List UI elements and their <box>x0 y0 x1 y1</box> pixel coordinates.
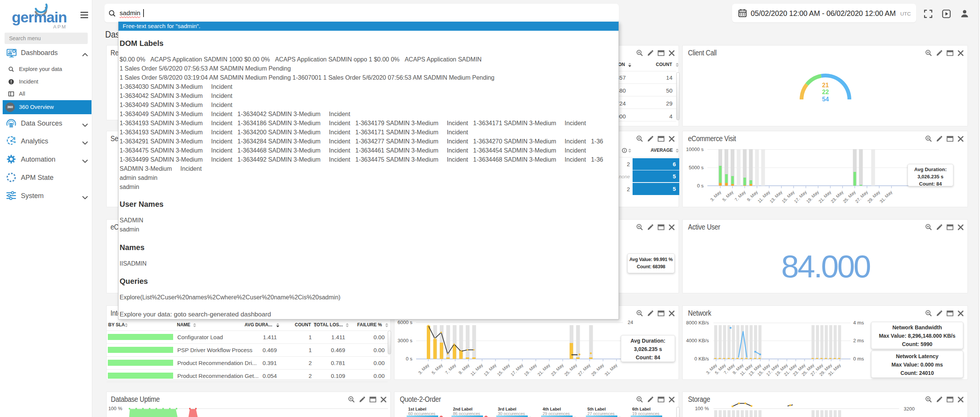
svg-text:31. May: 31. May <box>879 190 893 204</box>
svg-text:7. May: 7. May <box>444 363 457 375</box>
svg-text:3200: 3200 <box>904 406 915 412</box>
svg-text:11. May: 11. May <box>757 190 771 204</box>
svg-text:0 s: 0 s <box>406 356 413 362</box>
svg-text:24: 24 <box>628 319 633 325</box>
svg-text:25. May: 25. May <box>563 363 578 377</box>
svg-text:22: 22 <box>822 89 829 95</box>
svg-text:8000 KB/s: 8000 KB/s <box>686 320 709 325</box>
svg-text:13. May: 13. May <box>483 363 497 377</box>
svg-text:6000 s: 6000 s <box>398 319 413 325</box>
svg-text:21. May: 21. May <box>818 190 832 204</box>
svg-text:4000 KB/s: 4000 KB/s <box>686 338 709 343</box>
svg-text:17. May: 17. May <box>510 363 524 377</box>
svg-text:29. May: 29. May <box>590 363 605 377</box>
svg-text:15. May: 15. May <box>781 190 795 204</box>
svg-text:4 ms: 4 ms <box>853 320 864 325</box>
svg-text:19. May: 19. May <box>805 190 820 204</box>
svg-text:21: 21 <box>822 82 829 89</box>
svg-text:23. May: 23. May <box>550 363 565 377</box>
svg-text:21. May: 21. May <box>536 363 551 377</box>
svg-text:29. May: 29. May <box>867 190 881 204</box>
svg-text:25. May: 25. May <box>842 190 857 204</box>
svg-text:23. May: 23. May <box>830 190 845 204</box>
svg-text:13. May: 13. May <box>769 190 783 204</box>
svg-text:27. May: 27. May <box>577 363 592 377</box>
svg-text:0 s: 0 s <box>697 183 704 189</box>
svg-text:100 %: 100 % <box>695 406 709 411</box>
svg-text:5. May: 5. May <box>722 190 734 202</box>
svg-text:100 %: 100 % <box>108 406 122 411</box>
svg-text:3. May: 3. May <box>709 190 722 202</box>
svg-text:0 KB/s: 0 KB/s <box>694 356 709 362</box>
svg-text:10000 s: 10000 s <box>686 146 704 152</box>
svg-text:19. May: 19. May <box>523 363 538 377</box>
svg-text:3. May: 3. May <box>417 363 430 375</box>
svg-text:0 ms: 0 ms <box>853 356 864 362</box>
svg-text:17. May: 17. May <box>793 190 808 204</box>
svg-text:5. May: 5. May <box>431 363 444 375</box>
svg-text:11. May: 11. May <box>470 363 484 377</box>
svg-text:27. May: 27. May <box>854 190 869 204</box>
svg-text:2 ms: 2 ms <box>853 338 864 343</box>
svg-text:31. May: 31. May <box>604 363 618 377</box>
svg-text:9. May: 9. May <box>458 363 471 375</box>
svg-text:54: 54 <box>822 96 829 103</box>
svg-text:3000 s: 3000 s <box>398 338 413 343</box>
svg-text:15. May: 15. May <box>496 363 511 377</box>
svg-text:7. May: 7. May <box>734 190 746 202</box>
svg-text:5000 s: 5000 s <box>689 165 704 170</box>
